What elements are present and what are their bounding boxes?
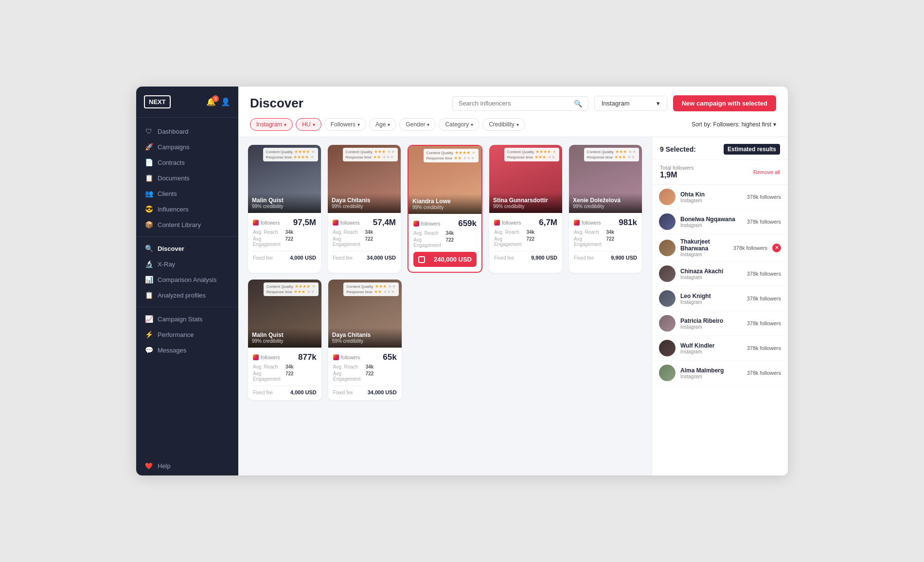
filter-label: Credibility [489,121,515,128]
new-campaign-button[interactable]: New campaign with selected [673,95,776,111]
avatar [659,265,675,282]
followers-row: followers 57,4M [333,218,396,228]
clients-icon: 👥 [145,190,153,197]
search-input[interactable] [459,100,570,107]
followers-count: 378k followers [747,345,781,351]
sidebar-item-performance[interactable]: ⚡ Performance [136,327,238,342]
sidebar-item-x-ray[interactable]: 🔬 X-Ray [136,256,238,272]
comparison-icon: 📊 [145,276,153,283]
instagram-icon [333,354,339,360]
stats-grid: Avg. Reach34k Avg Engagement722 [333,229,396,247]
list-item: Thakurjeet Bharwana Instagram 378k follo… [652,234,788,262]
filter-instagram[interactable]: Instagram ▾ [250,118,293,131]
followers-count: 659k [458,219,477,228]
filter-followers[interactable]: Followers ▾ [324,118,366,131]
influencer-card[interactable]: Content Quality ★★★★★ Response time ★★★★… [248,280,321,400]
filter-gender[interactable]: Gender ▾ [399,118,436,131]
card-quality-badge: Content Quality ★★★★★ Response time ★★★★… [343,282,398,296]
followers-count: 378k followers [747,194,781,200]
chevron-down-icon: ▾ [357,122,360,127]
filter-label: Followers [331,121,355,128]
influencer-name: Malin Quist [252,332,318,338]
influencer-card-selected[interactable]: Content Quality ★★★★★ Response time ★★★★… [408,145,482,273]
sidebar-item-label: Help [158,462,171,470]
sidebar-item-campaign-stats[interactable]: 📈 Campaign Stats [136,311,238,327]
sidebar-item-documents[interactable]: 📋 Documents [136,170,238,186]
total-label: Total followers [660,165,694,171]
chevron-down-icon: ▾ [313,122,315,127]
influencer-name: Chinaza Akachi [680,268,742,275]
followers-row: followers 981k [574,218,637,228]
followers-count: 6,7M [539,218,557,228]
sidebar-item-label: Messages [158,347,186,354]
fee-value: 9,900 USD [611,255,637,261]
remove-all-button[interactable]: Remove all [753,169,780,175]
influencer-card[interactable]: Content Quality ★★★★★ Response time ★★★★… [328,145,401,273]
influencer-name: Stina Gunnarsdottir [493,197,558,204]
help-icon: ❤️ [145,462,153,470]
sidebar-item-contracts[interactable]: 📄 Contracts [136,155,238,170]
influencer-card[interactable]: Content Quality ★★★★★ Response time ★★★★… [489,145,562,273]
influencers-icon: 😎 [145,205,153,213]
stats-grid: Avg. Reach34k Avg Engagement722 [253,364,317,382]
card-image: Content Quality ★★★★★ Response time ★★★★… [569,145,642,213]
followers-label: followers [413,221,440,227]
sidebar-item-messages[interactable]: 💬 Messages [136,342,238,358]
estimated-results-tab[interactable]: Estimated results [724,144,780,155]
fee-value: 4,000 USD [290,389,317,395]
sidebar-item-clients[interactable]: 👥 Clients [136,186,238,201]
sidebar-nav: 🛡 Dashboard 🚀 Campaigns 📄 Contracts 📋 Do… [136,118,238,457]
selected-count: 9 Selected: [660,145,696,153]
selected-fee-row[interactable]: 240,000 USD [413,252,477,267]
list-item: Leo Knight Instagram 378k followers [652,286,788,311]
list-item: Bonelwa Ngqawana Instagram 378k follower… [652,210,788,234]
performance-icon: ⚡ [145,331,153,338]
fee-row: Fixed fee 34,000 USD [333,386,397,395]
sidebar-icon-group: 🔔 3 👤 [206,97,231,106]
sidebar-item-label: Documents [158,175,190,182]
sidebar-item-discover[interactable]: 🔍 Discover [136,241,238,256]
sidebar-item-dashboard[interactable]: 🛡 Dashboard [136,123,238,139]
chevron-down-icon: ▾ [516,122,519,127]
sidebar-item-content-library[interactable]: 📦 Content Library [136,217,238,232]
total-followers-row: Total followers 1,9M Remove all [652,160,788,185]
remove-button[interactable]: ✕ [772,244,781,252]
platform-select[interactable]: Instagram ▾ [594,96,667,111]
sidebar-item-campaigns[interactable]: 🚀 Campaigns [136,139,238,155]
avatar [659,189,675,205]
list-item: Wulf Kindler Instagram 378k followers [652,336,788,361]
filter-hu[interactable]: HU ▾ [296,118,321,131]
influencer-card[interactable]: Content Quality ★★★★★ Response time ★★★★… [248,145,321,273]
avatar [659,213,675,230]
sidebar-item-label: Campaign Stats [158,316,203,323]
sort-label: Sort by: Followers: highest first [692,121,771,128]
sidebar-item-analyzed[interactable]: 📋 Analyzed profiles [136,287,238,303]
followers-count: 378k followers [747,296,781,301]
selected-checkbox[interactable] [418,256,425,263]
sidebar-item-influencers[interactable]: 😎 Influencers [136,201,238,217]
messages-icon: 💬 [145,346,153,354]
followers-count: 97,5M [293,218,316,228]
influencer-card[interactable]: Content Quality ★★★★★ Response time ★★★★… [569,145,642,273]
fee-row: Fixed fee 34,000 USD [333,251,396,261]
grid-row-2: Content Quality ★★★★★ Response time ★★★★… [248,280,642,400]
card-quality-badge: Content Quality ★★★★★ Response time ★★★★… [424,149,479,162]
card-body: followers 659k Avg. Reach34k Avg Engagem… [409,214,481,272]
filter-category[interactable]: Category ▾ [439,118,480,131]
card-image: Content Quality ★★★★★ Response time ★★★★… [409,146,481,214]
sidebar-item-label: Analyzed profiles [158,292,206,299]
sort-selector[interactable]: Sort by: Followers: highest first ▾ [692,121,776,128]
main-content: Discover 🔍 Instagram ▾ New campaign with… [238,87,788,475]
notifications-icon[interactable]: 🔔 3 [206,97,216,106]
user-icon[interactable]: 👤 [221,97,231,106]
sidebar-item-help[interactable]: ❤️ Help [136,457,238,475]
influencer-card[interactable]: Content Quality ★★★★★ Response time ★★★★… [328,280,402,400]
sidebar-item-comparison[interactable]: 📊 Comparison Analysis [136,272,238,287]
sidebar-item-label: Content Library [158,221,201,228]
documents-icon: 📋 [145,174,153,182]
card-info-overlay: Stina Gunnarsdottir 99% credibility [489,193,562,213]
filter-age[interactable]: Age ▾ [369,118,396,131]
credibility-label: 99% credibility [573,204,638,209]
header-top: Discover 🔍 Instagram ▾ New campaign with… [250,95,776,111]
filter-credibility[interactable]: Credibility ▾ [482,118,525,131]
